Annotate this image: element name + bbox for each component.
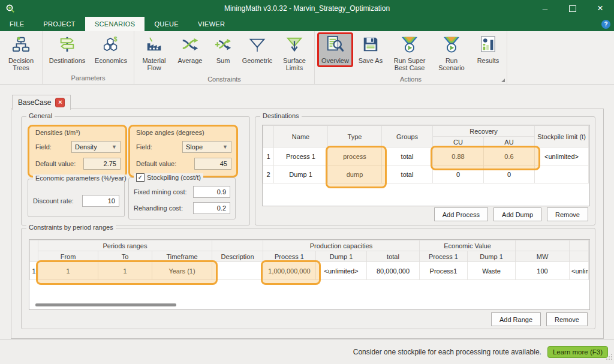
cell-process1-value[interactable]: Process1 xyxy=(420,262,468,280)
chevron-down-icon: ▼ xyxy=(112,144,117,150)
menu-item-viewer[interactable]: VIEWER xyxy=(188,17,234,31)
col-header-cu: CU xyxy=(433,137,484,148)
run-scenario-icon xyxy=(443,35,460,56)
row-number: 1 xyxy=(263,148,274,166)
cell-type[interactable]: process xyxy=(328,148,382,166)
remove-range-button[interactable]: Remove xyxy=(546,312,588,326)
run-super-best-case-icon xyxy=(401,35,419,56)
horizontal-scrollbar[interactable] xyxy=(35,303,176,306)
group-label xyxy=(2,75,40,84)
menu-item-file[interactable]: FILE xyxy=(0,17,34,31)
cell-mw[interactable]: 100 xyxy=(516,262,570,280)
economic-parameters-groupbox: Economic parameters (%/year) Discount ra… xyxy=(28,179,125,217)
save-as-button[interactable]: Save As xyxy=(354,32,387,67)
learn-more-button[interactable]: Learn more (F3) xyxy=(547,346,608,358)
cell-recovery-cu[interactable]: 0 xyxy=(433,166,484,183)
period-range-row: 1 1 1 Years (1) 1,000,000,000 <unlimited… xyxy=(30,262,589,280)
cell-dump1-value[interactable]: Waste xyxy=(468,262,516,280)
geometric-button[interactable]: Geometric xyxy=(239,32,276,67)
window-title: MiningMath v3.0.32 - Marvin_Strategy_Opt… xyxy=(0,0,614,17)
ribbon-group-parameters: Destinations $ Economics Parameters xyxy=(43,31,134,84)
constraints-buttons: Add Range Remove xyxy=(491,312,588,326)
button-label: Geometric xyxy=(242,57,273,64)
row-number-header xyxy=(263,126,274,148)
resize-grip-icon[interactable] xyxy=(606,352,613,363)
miningmath-window: MiningMath v3.0.32 - Marvin_Strategy_Opt… xyxy=(0,0,614,364)
cell-groups[interactable]: total xyxy=(382,166,433,183)
rehandling-cost-input[interactable]: 0.2 xyxy=(193,202,230,214)
status-bar: Consider one stockpile for each processi… xyxy=(0,339,614,364)
material-flow-button[interactable]: Material Flow xyxy=(137,32,171,75)
results-button[interactable]: Results xyxy=(472,32,504,67)
col-header-dump1-value: Dump 1 xyxy=(468,251,516,262)
destinations-icon xyxy=(58,35,76,56)
cell-timeframe[interactable]: Years (1) xyxy=(152,262,212,280)
slope-default-input[interactable]: 45 xyxy=(194,158,231,170)
button-label: Economics xyxy=(95,57,127,64)
maximize-icon[interactable] xyxy=(559,0,586,17)
fixed-mining-cost-input[interactable]: 0.9 xyxy=(193,186,230,198)
cell-recovery-cu[interactable]: 0.88 xyxy=(433,148,484,166)
default-value-label: Default value: xyxy=(35,160,76,167)
actions-dialog-launcher-icon[interactable] xyxy=(501,79,505,82)
discount-rate-input[interactable]: 10 xyxy=(82,195,119,207)
density-field-select[interactable]: Density▼ xyxy=(71,141,121,153)
add-dump-button[interactable]: Add Dump xyxy=(493,207,541,221)
help-icon[interactable]: ? xyxy=(601,20,610,29)
add-process-button[interactable]: Add Process xyxy=(434,207,488,221)
economics-button[interactable]: $ Economics xyxy=(91,32,131,67)
stockpiling-checkbox[interactable]: ✓ xyxy=(136,173,145,182)
density-default-input[interactable]: 2.75 xyxy=(83,158,121,170)
cell-description[interactable] xyxy=(212,262,263,280)
minimize-icon[interactable]: – xyxy=(531,0,559,17)
cell-clipped[interactable]: <unlimited> xyxy=(570,262,589,280)
cell-groups[interactable]: total xyxy=(382,148,433,166)
menu-bar: FILE PROJECT SCENARIOS QUEUE VIEWER ? xyxy=(0,17,614,31)
cell-recovery-au[interactable]: 0 xyxy=(484,166,535,183)
col-header-groups: Groups xyxy=(382,126,433,148)
close-icon[interactable]: × xyxy=(586,0,614,17)
destination-row: 2 Dump 1 dump total 0 0 xyxy=(263,166,589,183)
cell-name[interactable]: Process 1 xyxy=(274,148,328,166)
tab-close-icon[interactable]: × xyxy=(55,98,65,107)
cell-to[interactable]: 1 xyxy=(98,262,152,280)
results-icon xyxy=(479,35,497,56)
stockpiling-groupbox: ✓ Stockpiling (cost/t) Fixed mining cost… xyxy=(128,178,236,219)
slope-title: Slope angles (degrees) xyxy=(136,129,204,136)
default-value-label: Default value: xyxy=(136,160,176,167)
destinations-button[interactable]: Destinations xyxy=(45,32,89,67)
menu-item-queue[interactable]: QUEUE xyxy=(145,17,188,31)
run-scenario-button[interactable]: Run Scenario xyxy=(432,32,471,75)
sum-button[interactable]: Sum xyxy=(209,32,237,67)
menu-item-scenarios[interactable]: SCENARIOS xyxy=(85,17,145,31)
decision-trees-button[interactable]: Decision Trees xyxy=(2,32,40,75)
cell-recovery-au[interactable]: 0.6 xyxy=(484,148,535,166)
chevron-down-icon: ▼ xyxy=(222,144,228,150)
run-super-best-case-button[interactable]: Run Super Best Case xyxy=(388,32,431,75)
button-label: Material Flow xyxy=(140,57,168,72)
economic-parameters-title: Economic parameters (%/year) xyxy=(33,175,129,182)
surface-limits-button[interactable]: Surface Limits xyxy=(277,32,312,75)
remove-destination-button[interactable]: Remove xyxy=(547,207,588,221)
average-button[interactable]: Average xyxy=(173,32,207,67)
cell-type[interactable]: dump xyxy=(328,166,382,183)
cell-stockpile-limit[interactable]: <unlimited> xyxy=(535,148,589,166)
group-header-economic-value: Economic Value xyxy=(420,240,516,251)
add-range-button[interactable]: Add Range xyxy=(491,312,541,326)
group-label: Parameters xyxy=(44,74,132,84)
button-label: Results xyxy=(477,57,499,64)
cell-process1-capacity[interactable]: 1,000,000,000 xyxy=(263,262,316,280)
slope-field-select[interactable]: Slope▼ xyxy=(182,141,231,153)
cell-stockpile-limit[interactable] xyxy=(535,166,589,183)
cell-dump1-capacity[interactable]: <unlimited> xyxy=(316,262,367,280)
fixed-mining-cost-label: Fixed mining cost: xyxy=(134,188,187,195)
cell-name[interactable]: Dump 1 xyxy=(274,166,328,183)
tab-basecase[interactable]: BaseCase × xyxy=(12,95,71,110)
cell-from[interactable]: 1 xyxy=(38,262,98,280)
col-header-type: Type xyxy=(328,126,382,148)
cell-total-capacity[interactable]: 80,000,000 xyxy=(367,262,420,280)
col-header-name: Name xyxy=(274,126,328,148)
menu-item-project[interactable]: PROJECT xyxy=(34,17,85,31)
overview-button[interactable]: Overview xyxy=(317,32,353,67)
field-label: Field: xyxy=(136,143,152,151)
